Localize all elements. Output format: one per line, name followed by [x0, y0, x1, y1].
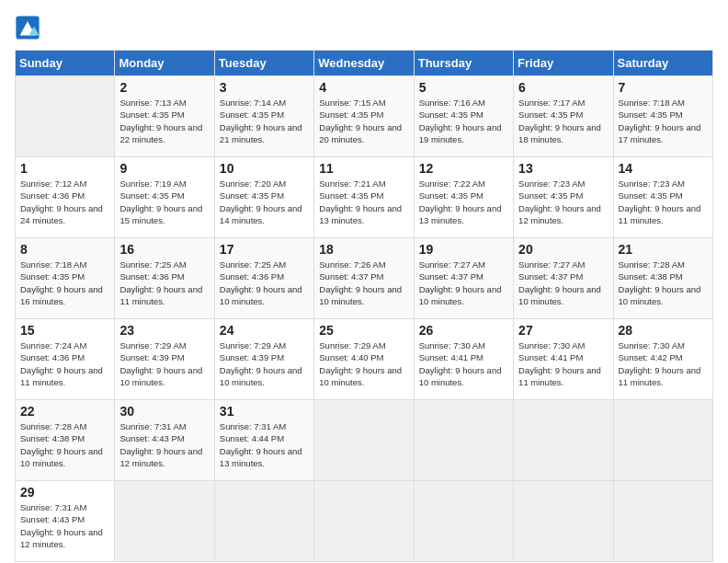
day-info: Sunrise: 7:15 AMSunset: 4:35 PMDaylight:… — [319, 97, 408, 145]
day-number: 13 — [518, 161, 608, 176]
day-number: 15 — [20, 323, 109, 338]
week-row: 15Sunrise: 7:24 AMSunset: 4:36 PMDayligh… — [16, 319, 713, 400]
day-number: 17 — [220, 242, 309, 257]
day-number: 9 — [119, 161, 209, 176]
calendar-cell — [514, 481, 613, 562]
day-number: 21 — [619, 242, 708, 257]
header-sunday: Sunday — [16, 51, 115, 76]
header-friday: Friday — [514, 51, 613, 76]
day-number: 19 — [419, 242, 508, 257]
calendar-cell — [314, 400, 414, 481]
calendar-cell — [514, 400, 613, 481]
day-number: 30 — [119, 404, 209, 419]
calendar-cell: 7Sunrise: 7:18 AMSunset: 4:35 PMDaylight… — [613, 76, 712, 157]
day-info: Sunrise: 7:18 AMSunset: 4:35 PMDaylight:… — [619, 97, 708, 145]
day-number: 10 — [220, 161, 309, 176]
day-number: 12 — [419, 161, 508, 176]
day-info: Sunrise: 7:13 AMSunset: 4:35 PMDaylight:… — [119, 97, 209, 145]
calendar-cell: 24Sunrise: 7:29 AMSunset: 4:39 PMDayligh… — [214, 319, 313, 400]
week-row: 1Sunrise: 7:12 AMSunset: 4:36 PMDaylight… — [16, 157, 713, 238]
calendar-cell: 20Sunrise: 7:27 AMSunset: 4:37 PMDayligh… — [514, 238, 613, 319]
calendar-cell — [414, 481, 513, 562]
day-info: Sunrise: 7:21 AMSunset: 4:35 PMDaylight:… — [319, 178, 408, 226]
day-info: Sunrise: 7:27 AMSunset: 4:37 PMDaylight:… — [518, 259, 608, 307]
calendar-cell — [613, 400, 712, 481]
day-info: Sunrise: 7:19 AMSunset: 4:35 PMDaylight:… — [119, 178, 209, 226]
calendar-cell — [314, 481, 414, 562]
day-info: Sunrise: 7:17 AMSunset: 4:35 PMDaylight:… — [518, 97, 608, 145]
calendar-cell: 4Sunrise: 7:15 AMSunset: 4:35 PMDaylight… — [314, 76, 414, 157]
header-row: SundayMondayTuesdayWednesdayThursdayFrid… — [16, 51, 713, 76]
day-info: Sunrise: 7:30 AMSunset: 4:41 PMDaylight:… — [518, 339, 608, 388]
day-info: Sunrise: 7:25 AMSunset: 4:36 PMDaylight:… — [119, 259, 209, 307]
day-info: Sunrise: 7:28 AMSunset: 4:38 PMDaylight:… — [619, 259, 708, 307]
calendar-cell: 1Sunrise: 7:12 AMSunset: 4:36 PMDaylight… — [16, 157, 115, 238]
day-number: 27 — [518, 323, 608, 338]
header-monday: Monday — [115, 51, 214, 76]
calendar-cell: 8Sunrise: 7:18 AMSunset: 4:35 PMDaylight… — [16, 238, 115, 319]
calendar-cell — [414, 400, 513, 481]
calendar-cell: 10Sunrise: 7:20 AMSunset: 4:35 PMDayligh… — [214, 157, 313, 238]
day-info: Sunrise: 7:30 AMSunset: 4:41 PMDaylight:… — [419, 339, 508, 388]
day-number: 20 — [518, 242, 608, 257]
logo-icon — [15, 15, 40, 40]
calendar-cell: 18Sunrise: 7:26 AMSunset: 4:37 PMDayligh… — [314, 238, 414, 319]
day-info: Sunrise: 7:29 AMSunset: 4:39 PMDaylight:… — [220, 339, 309, 388]
day-number: 22 — [20, 404, 109, 419]
calendar-cell: 19Sunrise: 7:27 AMSunset: 4:37 PMDayligh… — [414, 238, 513, 319]
calendar-cell: 16Sunrise: 7:25 AMSunset: 4:36 PMDayligh… — [115, 238, 214, 319]
calendar-cell: 11Sunrise: 7:21 AMSunset: 4:35 PMDayligh… — [314, 157, 414, 238]
header-thursday: Thursday — [414, 51, 513, 76]
calendar-cell: 21Sunrise: 7:28 AMSunset: 4:38 PMDayligh… — [613, 238, 712, 319]
day-info: Sunrise: 7:25 AMSunset: 4:36 PMDaylight:… — [220, 259, 309, 307]
day-info: Sunrise: 7:16 AMSunset: 4:35 PMDaylight:… — [419, 97, 508, 145]
week-row: 8Sunrise: 7:18 AMSunset: 4:35 PMDaylight… — [16, 238, 713, 319]
week-row: 29Sunrise: 7:31 AMSunset: 4:43 PMDayligh… — [16, 481, 713, 562]
calendar-cell: 6Sunrise: 7:17 AMSunset: 4:35 PMDaylight… — [514, 76, 613, 157]
day-info: Sunrise: 7:27 AMSunset: 4:37 PMDaylight:… — [419, 259, 508, 307]
day-number: 14 — [619, 161, 708, 176]
calendar-cell: 31Sunrise: 7:31 AMSunset: 4:44 PMDayligh… — [214, 400, 313, 481]
calendar-cell: 28Sunrise: 7:30 AMSunset: 4:42 PMDayligh… — [613, 319, 712, 400]
day-number: 1 — [20, 161, 109, 176]
logo — [15, 15, 44, 40]
calendar-cell — [115, 481, 214, 562]
day-number: 28 — [619, 323, 708, 338]
calendar-cell — [214, 481, 313, 562]
day-info: Sunrise: 7:24 AMSunset: 4:36 PMDaylight:… — [20, 339, 109, 388]
day-info: Sunrise: 7:31 AMSunset: 4:43 PMDaylight:… — [119, 420, 209, 469]
day-number: 2 — [119, 80, 209, 95]
day-info: Sunrise: 7:28 AMSunset: 4:38 PMDaylight:… — [20, 420, 109, 469]
calendar-table: SundayMondayTuesdayWednesdayThursdayFrid… — [15, 50, 713, 562]
day-number: 25 — [319, 323, 408, 338]
calendar-cell: 26Sunrise: 7:30 AMSunset: 4:41 PMDayligh… — [414, 319, 513, 400]
day-info: Sunrise: 7:23 AMSunset: 4:35 PMDaylight:… — [518, 178, 608, 226]
header-saturday: Saturday — [613, 51, 712, 76]
day-number: 29 — [20, 485, 109, 500]
calendar-cell: 17Sunrise: 7:25 AMSunset: 4:36 PMDayligh… — [214, 238, 313, 319]
calendar-cell: 3Sunrise: 7:14 AMSunset: 4:35 PMDaylight… — [214, 76, 313, 157]
calendar-cell: 13Sunrise: 7:23 AMSunset: 4:35 PMDayligh… — [514, 157, 613, 238]
calendar-cell: 5Sunrise: 7:16 AMSunset: 4:35 PMDaylight… — [414, 76, 513, 157]
day-number: 11 — [319, 161, 408, 176]
calendar-cell: 23Sunrise: 7:29 AMSunset: 4:39 PMDayligh… — [115, 319, 214, 400]
day-info: Sunrise: 7:31 AMSunset: 4:43 PMDaylight:… — [20, 501, 109, 550]
day-number: 23 — [119, 323, 209, 338]
day-number: 26 — [419, 323, 508, 338]
calendar-cell: 2Sunrise: 7:13 AMSunset: 4:35 PMDaylight… — [115, 76, 214, 157]
calendar-cell: 14Sunrise: 7:23 AMSunset: 4:35 PMDayligh… — [613, 157, 712, 238]
day-info: Sunrise: 7:20 AMSunset: 4:35 PMDaylight:… — [220, 178, 309, 226]
day-info: Sunrise: 7:22 AMSunset: 4:35 PMDaylight:… — [419, 178, 508, 226]
day-info: Sunrise: 7:14 AMSunset: 4:35 PMDaylight:… — [220, 97, 309, 145]
calendar-cell: 29Sunrise: 7:31 AMSunset: 4:43 PMDayligh… — [16, 481, 115, 562]
calendar-cell: 22Sunrise: 7:28 AMSunset: 4:38 PMDayligh… — [16, 400, 115, 481]
day-info: Sunrise: 7:26 AMSunset: 4:37 PMDaylight:… — [319, 259, 408, 307]
header-wednesday: Wednesday — [314, 51, 414, 76]
calendar-cell: 30Sunrise: 7:31 AMSunset: 4:43 PMDayligh… — [115, 400, 214, 481]
day-number: 3 — [220, 80, 309, 95]
header-tuesday: Tuesday — [214, 51, 313, 76]
calendar-cell — [16, 76, 115, 157]
day-number: 7 — [619, 80, 708, 95]
day-info: Sunrise: 7:29 AMSunset: 4:39 PMDaylight:… — [119, 339, 209, 388]
day-info: Sunrise: 7:18 AMSunset: 4:35 PMDaylight:… — [20, 259, 109, 307]
